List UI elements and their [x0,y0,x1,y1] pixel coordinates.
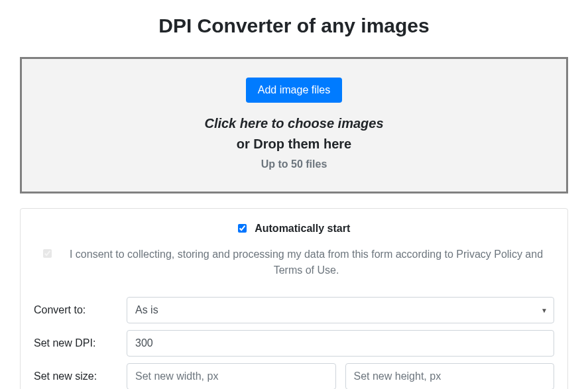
height-input[interactable] [345,363,555,389]
dropzone-hint-drop: or Drop them here [35,137,553,152]
dpi-input[interactable] [127,330,554,357]
options-card: Automatically start I consent to collect… [20,208,568,389]
consent-text: I consent to collecting, storing and pro… [68,247,545,278]
page-title: DPI Converter of any images [20,15,568,37]
convert-to-label: Convert to: [34,304,127,316]
dpi-row: Set new DPI: [34,330,554,357]
add-image-button[interactable]: Add image files [246,78,342,103]
dropzone[interactable]: Add image files Click here to choose ima… [20,57,568,194]
dpi-label: Set new DPI: [34,337,127,349]
convert-to-row: Convert to: As is ▼ [34,297,554,323]
width-input[interactable] [127,363,336,389]
auto-start-label: Automatically start [255,223,350,234]
dropzone-hint-click: Click here to choose images [35,116,553,131]
size-label: Set new size: [34,370,127,382]
dropzone-hint-limit: Up to 50 files [35,158,553,170]
auto-start-row: Automatically start [34,222,554,235]
consent-row: I consent to collecting, storing and pro… [34,247,554,278]
consent-checkbox[interactable] [43,249,52,258]
convert-to-select[interactable]: As is [127,297,554,323]
size-row: Set new size: [34,363,554,389]
auto-start-checkbox[interactable] [238,224,247,233]
